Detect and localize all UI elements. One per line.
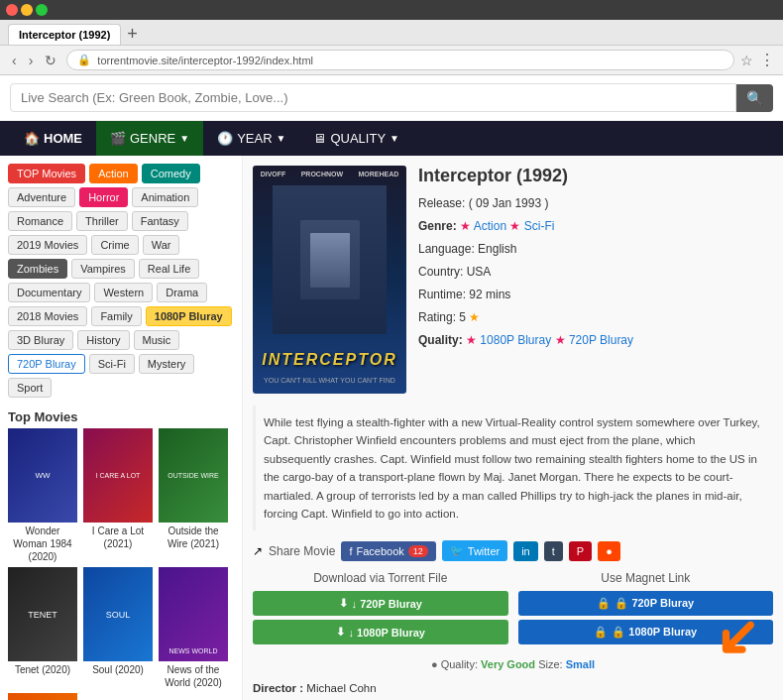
minimize-button[interactable] [21,4,33,16]
reddit-icon: ● [606,545,613,557]
runtime-row: Runtime: 92 mins [418,286,773,303]
forward-button[interactable]: › [25,51,38,70]
home-icon: 🏠 [24,131,40,146]
movie-card-outside[interactable]: OUTSIDE WIRE Outside the Wire (2021) [159,428,228,563]
share-twitter[interactable]: 🐦 Twitter [442,540,507,561]
top-movies-grid-2: TENET Tenet (2020) SOUL Soul (2020) NEWS… [8,567,234,689]
top-movies-title: Top Movies [8,402,234,428]
nav-quality[interactable]: 🖥 QUALITY ▼ [299,121,413,156]
tag-family[interactable]: Family [91,306,141,326]
tag-720p[interactable]: 720P Bluray [8,354,85,374]
tag-row-4: 2019 Movies Crime War [8,235,234,255]
tag-zombies[interactable]: Zombies [8,259,67,279]
poster-silhouette [273,185,387,334]
tag-sport[interactable]: Sport [8,378,52,398]
quality-value: Very Good [481,658,535,670]
nav-home[interactable]: 🏠 HOME [10,121,96,156]
share-pinterest[interactable]: P [569,541,592,561]
tag-vampires[interactable]: Vampires [71,259,135,279]
size-value: Small [566,658,595,670]
nav-genre[interactable]: 🎬 GENRE ▼ [96,121,203,156]
tag-documentary[interactable]: Documentary [8,283,90,302]
magnet-title: Use Magnet Link [518,571,774,585]
tag-row-6: Documentary Western Drama [8,283,234,302]
tag-comedy[interactable]: Comedy [142,164,200,183]
tag-thriller[interactable]: Thriller [76,211,128,231]
download-1080-torrent[interactable]: ⬇ ↓ 1080P Bluray [253,620,508,644]
active-tab[interactable]: Interceptor (1992) [8,24,121,45]
top-movies-grid-3: RUN Run (2020) [8,693,234,700]
tag-music[interactable]: Music [134,330,180,350]
tag-action[interactable]: Action [89,164,138,183]
menu-button[interactable]: ⋮ [759,51,775,69]
back-button[interactable]: ‹ [8,51,21,70]
tag-horror[interactable]: Horror [79,187,128,207]
linkedin-icon: in [521,545,530,557]
genre-action-link[interactable]: Action [460,219,506,233]
tag-3d[interactable]: 3D Bluray [8,330,73,350]
reload-button[interactable]: ↻ [41,51,60,70]
genre-scifi-link[interactable]: Sci-Fi [509,219,554,233]
magnet-icon-2: 🔒 [594,626,608,639]
movie-card-soul[interactable]: SOUL Soul (2020) [83,567,153,689]
movie-poster: DIVOFF PROCHNOW MOREHEAD INTERCEPTOR YOU… [253,166,406,394]
tag-top-movies[interactable]: TOP Movies [8,164,85,183]
tag-1080p[interactable]: 1080P Bluray [146,306,232,326]
twitter-icon: 🐦 [450,544,464,557]
tag-mystery[interactable]: Mystery [139,354,195,374]
movie-card-run[interactable]: RUN Run (2020) [8,693,77,700]
director-row: Director : Michael Cohn [253,678,773,699]
tag-animation[interactable]: Animation [132,187,198,207]
share-linkedin[interactable]: in [513,541,538,561]
tag-row-2: Adventure Horror Animation [8,187,234,207]
share-reddit[interactable]: ● [598,541,620,561]
tag-crime[interactable]: Crime [91,235,138,255]
tag-romance[interactable]: Romance [8,211,72,231]
download-section: Download via Torrent File ⬇ ↓ 720P Blura… [253,571,773,648]
magnet-icon: 🔒 [597,597,611,610]
movie-thumb-outside: OUTSIDE WIRE [159,428,228,523]
address-bar[interactable]: 🔒 torrentmovie.site/interceptor-1992/ind… [66,50,734,70]
movie-card-care[interactable]: I CARE A LOT I Care a Lot (2021) [83,428,153,563]
share-tumblr[interactable]: t [544,541,563,561]
movie-title-tenet: Tenet (2020) [8,663,77,676]
movie-thumb-run: RUN [8,693,77,700]
tag-row-8: 3D Bluray History Music [8,330,234,350]
tag-adventure[interactable]: Adventure [8,187,75,207]
tag-2018movies[interactable]: 2018 Movies [8,306,87,326]
tag-row-7: 2018 Movies Family 1080P Bluray [8,306,234,326]
nav-buttons: ‹ › ↻ [8,51,60,70]
tag-scifi[interactable]: Sci-Fi [89,354,135,374]
close-button[interactable] [6,4,18,16]
movie-card-tenet[interactable]: TENET Tenet (2020) [8,567,77,689]
quality-720-link[interactable]: 720P Bluray [555,333,634,347]
download-wrapper: Download via Torrent File ⬇ ↓ 720P Blura… [253,571,773,648]
tag-fantasy[interactable]: Fantasy [132,211,188,231]
new-tab-button[interactable]: + [127,24,138,45]
movie-card-wonder-woman[interactable]: WW Wonder Woman 1984 (2020) [8,428,77,563]
window-controls[interactable] [6,4,48,16]
download-720-torrent[interactable]: ⬇ ↓ 720P Bluray [253,591,508,616]
share-facebook[interactable]: f Facebook 12 [341,541,435,561]
movie-title-news: News of the World (2020) [159,663,228,689]
poster-actor-1: DIVOFF [261,171,286,177]
tag-war[interactable]: War [143,235,180,255]
tag-2019movies[interactable]: 2019 Movies [8,235,87,255]
download-icon-2: ⬇ [336,626,345,639]
tag-western[interactable]: Western [94,283,153,302]
maximize-button[interactable] [36,4,48,16]
nav-year[interactable]: 🕐 YEAR ▼ [203,121,299,156]
search-button[interactable]: 🔍 [736,84,773,112]
poster-actor-2: PROCHNOW [301,171,343,177]
movie-credits: Director : Michael Cohn Writer : John Br… [253,678,773,700]
year-icon: 🕐 [217,131,233,146]
tag-drama[interactable]: Drama [157,283,207,302]
sidebar: TOP Movies Action Comedy Adventure Horro… [0,156,243,700]
movie-card-news[interactable]: NEWS WORLD News of the World (2020) [159,567,228,689]
bookmark-button[interactable]: ☆ [740,53,753,68]
tag-history[interactable]: History [77,330,129,350]
tag-reallife[interactable]: Real Life [139,259,199,279]
quality-1080-link[interactable]: 1080P Bluray [466,333,551,347]
movie-title-wonder: Wonder Woman 1984 (2020) [8,525,77,563]
search-input[interactable] [10,83,736,112]
